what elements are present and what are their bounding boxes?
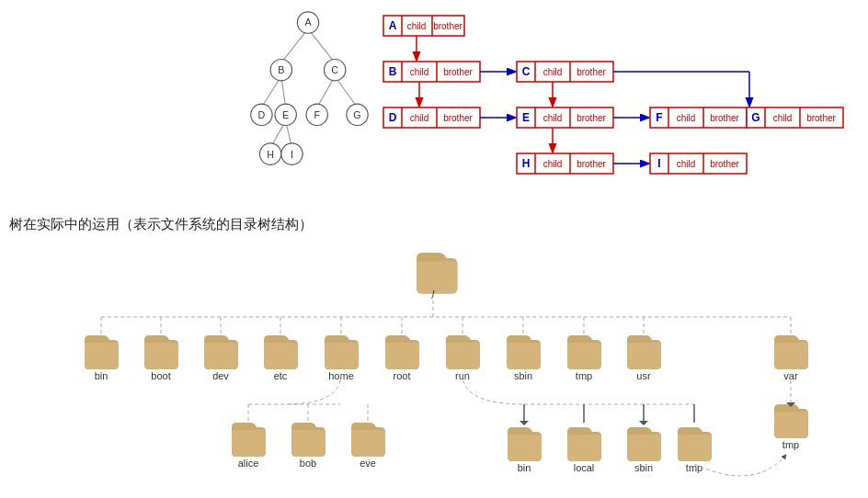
svg-text:eve: eve <box>360 458 376 469</box>
svg-text:brother: brother <box>710 159 739 169</box>
svg-text:brother: brother <box>710 113 739 123</box>
svg-text:child: child <box>773 113 793 123</box>
filesystem-tree-svg: / bin boot dev etc home root run <box>0 243 868 498</box>
svg-text:local: local <box>574 462 595 473</box>
svg-text:brother: brother <box>443 113 473 123</box>
svg-text:etc: etc <box>274 370 288 381</box>
svg-text:child: child <box>677 113 696 123</box>
svg-text:child: child <box>677 159 696 169</box>
svg-text:brother: brother <box>433 21 463 31</box>
svg-text:dev: dev <box>212 370 229 381</box>
svg-text:E: E <box>522 111 530 124</box>
svg-text:child: child <box>543 113 563 123</box>
svg-text:child: child <box>410 113 429 123</box>
svg-text:C: C <box>331 64 338 75</box>
svg-text:A: A <box>389 19 397 32</box>
top-section: A B C D E F G H I A child brother <box>0 0 868 211</box>
svg-text:G: G <box>353 109 360 120</box>
svg-line-2 <box>261 76 280 108</box>
svg-line-0 <box>281 28 308 62</box>
svg-text:D: D <box>389 111 397 124</box>
svg-text:I: I <box>291 149 293 160</box>
svg-text:brother: brother <box>577 159 606 169</box>
svg-line-5 <box>335 76 357 108</box>
svg-text:brother: brother <box>806 113 836 123</box>
section-label: 树在实际中的运用（表示文件系统的目录树结构） <box>9 216 313 233</box>
svg-text:root: root <box>394 370 411 381</box>
svg-text:H: H <box>522 157 531 170</box>
svg-text:B: B <box>389 65 397 78</box>
svg-text:bin: bin <box>95 370 108 381</box>
svg-text:D: D <box>258 109 266 120</box>
svg-text:child: child <box>407 21 427 31</box>
svg-text:child: child <box>410 67 429 77</box>
svg-text:F: F <box>314 109 320 120</box>
svg-text:A: A <box>304 17 312 28</box>
svg-text:brother: brother <box>577 113 606 123</box>
svg-text:boot: boot <box>151 370 170 381</box>
svg-text:tmp: tmp <box>576 370 592 381</box>
svg-text:C: C <box>522 65 531 78</box>
svg-text:F: F <box>656 111 662 124</box>
svg-text:B: B <box>278 64 284 75</box>
svg-text:bob: bob <box>300 458 316 469</box>
svg-text:bin: bin <box>518 462 531 473</box>
svg-text:E: E <box>282 109 289 120</box>
svg-text:tmp: tmp <box>686 462 702 473</box>
svg-text:child: child <box>543 67 563 77</box>
filesystem-tree-section: / bin boot dev etc home root run <box>0 243 868 498</box>
svg-text:brother: brother <box>443 67 473 77</box>
child-brother-diagram: A child brother B child brother C child … <box>382 14 851 198</box>
binary-tree-diagram: A B C D E F G H I <box>234 9 382 175</box>
svg-text:tmp: tmp <box>782 439 799 450</box>
svg-text:I: I <box>657 157 660 170</box>
svg-marker-124 <box>520 421 529 425</box>
svg-text:G: G <box>751 111 760 124</box>
svg-line-1 <box>308 28 335 62</box>
svg-text:brother: brother <box>577 67 606 77</box>
svg-line-4 <box>317 76 335 108</box>
svg-text:alice: alice <box>238 458 259 469</box>
svg-text:child: child <box>543 159 563 169</box>
svg-text:usr: usr <box>636 370 651 381</box>
svg-text:H: H <box>267 149 274 160</box>
svg-text:sbin: sbin <box>514 370 532 381</box>
svg-marker-129 <box>639 421 648 425</box>
svg-text:sbin: sbin <box>634 462 653 473</box>
